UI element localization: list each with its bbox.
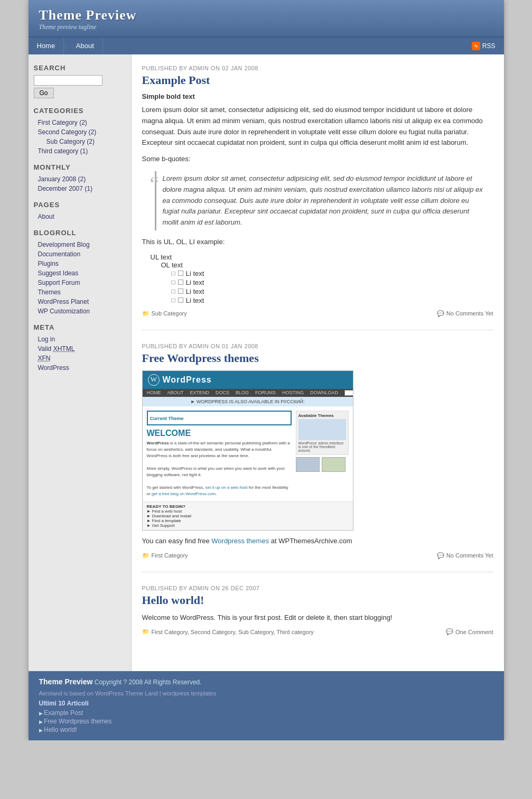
post-comments: 💬 One Comment: [446, 628, 493, 635]
folder-icon: 📁: [142, 628, 150, 635]
category-first[interactable]: First Category (2): [38, 119, 87, 126]
monthly-dec2007[interactable]: December 2007 (1): [38, 185, 92, 192]
footer-post-link[interactable]: Example Post: [44, 709, 83, 717]
post-title: Example Post: [142, 73, 493, 87]
meta-login[interactable]: Log in: [38, 336, 55, 343]
li-list: Li text Li text Li text Li text: [172, 269, 493, 305]
nav-home[interactable]: Home: [29, 38, 64, 54]
list-item: Themes: [38, 287, 126, 297]
svg-text:W: W: [150, 375, 157, 383]
wp-thumb2: [322, 457, 346, 472]
category-third[interactable]: Third category (1): [38, 147, 88, 155]
footer-credits: Aeroland is based on WordPress Theme Lan…: [39, 690, 493, 696]
ol-label: OL text: [161, 261, 493, 269]
post-category-label: Sub Category: [152, 310, 187, 317]
footer-recent: Ultimi 10 Articoli Example Post Free Wor…: [39, 700, 493, 734]
blogroll-wpcustom[interactable]: WP Customization: [38, 308, 90, 315]
wp-nav-download: DOWNLOAD: [310, 390, 338, 396]
footer-post-link[interactable]: Free Wordpress themes: [44, 718, 112, 725]
wp-thumb1: [296, 457, 320, 472]
blogroll-section-title: Blogroll: [34, 229, 126, 237]
categories-section-title: Categories: [34, 107, 126, 115]
monthly-jan2008[interactable]: January 2008 (2): [38, 175, 86, 183]
rss-label: RSS: [482, 42, 496, 50]
wp-thumb-row: [296, 457, 349, 472]
wp-welcome: WELCOME: [147, 429, 292, 438]
list-item: Free Wordpress themes: [39, 717, 493, 726]
wp-main-col: Current Theme WELCOME WordPress is a sta…: [147, 411, 292, 497]
site-footer: Theme Preview Copyright ? 2008 All Right…: [29, 671, 504, 740]
wp-search-input[interactable]: [344, 390, 353, 396]
page-about[interactable]: About: [38, 213, 54, 220]
wp-nav-extend: EXTEND: [190, 390, 210, 396]
nav-about[interactable]: About: [68, 38, 103, 54]
list-item: WordPress Planet: [38, 297, 126, 306]
post-body: You can easy find free Wordpress themes …: [142, 536, 493, 547]
wp-theme-desc: WordPress' admin interface is one of the…: [298, 441, 346, 452]
category-second[interactable]: Second Category (2): [38, 128, 97, 136]
meta-xfn[interactable]: XFN: [38, 355, 51, 362]
post-comments: 💬 No Comments Yet: [437, 552, 493, 559]
list-item: Documentation: [38, 249, 126, 259]
list-item: Second Category (2): [38, 127, 126, 137]
list-item: Suggest Ideas: [38, 268, 126, 278]
monthly-section-title: Monthly: [34, 163, 126, 171]
search-section-title: Search: [34, 64, 126, 72]
post-blockquote: Lorem ipsum dolor sit amet, consectetur …: [155, 171, 493, 230]
comments-label: No Comments Yet: [446, 552, 493, 559]
meta-xhtml[interactable]: Valid XHTML: [38, 345, 75, 352]
list-item: January 2008 (2): [38, 174, 126, 184]
blogroll-suggest[interactable]: Suggest Ideas: [38, 270, 79, 277]
comment-icon: 💬: [446, 628, 453, 635]
post-example: Published by admin on 02 Jan 2008 Exampl…: [142, 65, 493, 330]
rss-link[interactable]: ∿ RSS: [472, 42, 504, 50]
meta-wordpress[interactable]: WordPress: [38, 364, 69, 371]
post-title-link[interactable]: Free Wordpress themes: [142, 351, 259, 365]
wp-free-link[interactable]: get a free blog on WordPress.com: [152, 491, 216, 496]
list-item: WordPress: [38, 363, 126, 373]
categories-list: First Category (2) Second Category (2) S…: [38, 118, 126, 156]
main-nav: Home | About ∿ RSS: [29, 38, 504, 54]
category-sub[interactable]: Sub Category (2): [46, 138, 95, 145]
search-input[interactable]: [34, 75, 102, 86]
post-category-label: First Category: [152, 552, 188, 559]
post-title-link[interactable]: Example Post: [142, 73, 210, 87]
monthly-list: January 2008 (2) December 2007 (1): [38, 174, 126, 193]
post-title: Free Wordpress themes: [142, 351, 493, 365]
search-button[interactable]: Go: [34, 88, 54, 98]
footer-recent-title: Ultimi 10 Articoli: [39, 700, 493, 707]
post-title-link[interactable]: Hello world!: [142, 593, 204, 607]
main-content: Published by admin on 02 Jan 2008 Exampl…: [132, 54, 504, 671]
post-bold-intro: Simple bold text: [142, 92, 493, 100]
list-item: Li text: [172, 296, 493, 305]
rss-icon: ∿: [472, 42, 480, 50]
post-title: Hello world!: [142, 593, 493, 607]
footer-post-link[interactable]: Hello world!: [44, 726, 77, 733]
list-item: WP Customization: [38, 306, 126, 316]
post-footer: 📁 First Category, Second Category, Sub C…: [142, 628, 493, 635]
post-hello: Published by admin on 26 Dec 2007 Hello …: [142, 585, 493, 648]
post-meta: Published by admin on 01 Jan 2008: [142, 343, 493, 349]
wp-nav-bar: HOME ABOUT EXTEND DOCS BLOG FORUMS HOSTI…: [143, 389, 353, 397]
list-item: Third category (1): [38, 146, 126, 156]
post-categories: 📁 First Category: [142, 552, 188, 559]
blogroll-list: Development Blog Documentation Plugins S…: [38, 240, 126, 316]
wp-setup-link[interactable]: set it up on a web host: [206, 485, 248, 490]
wp-sidebar-col: Available Themes WordPress' admin interf…: [296, 411, 349, 497]
blogroll-devblog[interactable]: Development Blog: [38, 241, 90, 248]
list-item: About: [38, 212, 126, 221]
blogroll-support[interactable]: Support Forum: [38, 279, 80, 286]
site-tagline: Theme preview tagline: [39, 23, 493, 31]
list-item: Development Blog: [38, 240, 126, 249]
list-item: Sub Category (2): [46, 137, 126, 146]
meta-section-title: Meta: [34, 323, 126, 331]
folder-icon: 📁: [142, 552, 150, 559]
blogroll-wpplanet[interactable]: WordPress Planet: [38, 298, 89, 305]
blogroll-themes[interactable]: Themes: [38, 289, 61, 296]
wp-themes-link[interactable]: Wordpress themes: [211, 537, 269, 545]
blogroll-docs[interactable]: Documentation: [38, 250, 81, 258]
wp-logo-svg: W: [148, 374, 160, 386]
wp-available-themes: Available Themes WordPress' admin interf…: [296, 411, 349, 455]
wordpress-screenshot: W WordPress HOME ABOUT EXTEND DOCS BLOG …: [142, 370, 353, 531]
blogroll-plugins[interactable]: Plugins: [38, 260, 59, 267]
